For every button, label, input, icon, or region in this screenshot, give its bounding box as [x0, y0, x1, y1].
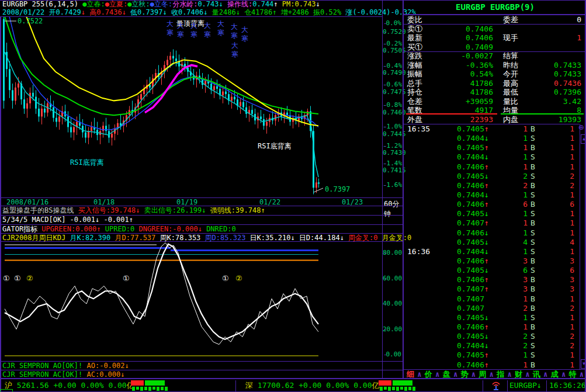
sep-date-bottom: [0, 206, 403, 206]
quote-info-row: 外盘22393内盘19393: [404, 115, 586, 124]
tick-row: 0.7406↑1B1: [404, 162, 579, 172]
quote-info-row: 振幅0.54%今开0.7433: [404, 70, 586, 79]
axis-label: -0.7445: [383, 131, 401, 138]
tick-row: 0.7406↑1B1: [404, 360, 579, 370]
tick-row: 0.7406↓1S1: [404, 228, 579, 238]
inner-volume-bar: [501, 113, 584, 115]
quote-info-row: 总手41786最高0.7436: [404, 79, 586, 88]
bs-indicator-row[interactable]: 益盟操盘手的BS操盘线 买入信号:39.748↓ 卖出信号:26.199↓ 强弱…: [2, 206, 382, 215]
tick-row: 0.74071B1: [404, 294, 579, 304]
date-tick: 01/23: [342, 199, 363, 206]
quote-info-row: 涨幅-0.36%昨结0.7433: [404, 61, 586, 70]
chart-annotation: RSI底背离: [70, 158, 104, 167]
clock: 16:36:26: [549, 381, 586, 390]
tick-row: 0.7406↑1B1: [404, 322, 579, 332]
axis-label: --0.8%: [383, 102, 401, 109]
kdj-chart[interactable]: [0, 242, 383, 361]
axis-label: -0.0%: [383, 20, 401, 27]
tick-row: 0.7405↓4S4: [404, 238, 579, 247]
tick-row: 0.7405↑1B1: [404, 143, 579, 152]
sep-date-top: [0, 197, 403, 198]
tick-row: 0.7404↓1S1: [404, 152, 579, 162]
axis-label: --1.0%: [383, 123, 401, 130]
shenzhen-index[interactable]: 深 17700.62 +0.00 0.00% 0.00亿: [245, 381, 380, 390]
sep-kdj: [0, 241, 403, 242]
chart-header-line2: 2008/01/22 开0.7429↓ 高0.7436↓ 低0.7397↓ 收0…: [2, 8, 382, 16]
frame-top: [0, 0, 586, 1]
symbol-title: EURGBP EURGBP(9): [404, 0, 586, 15]
chart-annotation: 大 寒: [167, 20, 174, 37]
quote-info-row: 最新0.7406现手1: [404, 33, 586, 43]
tick-row: 0.7405↓6S6: [404, 266, 579, 275]
kdj-signal-number: ①: [123, 275, 130, 283]
axis-label: -20.00: [383, 326, 401, 333]
tick-row: 0.7406↑2B2: [404, 181, 579, 190]
date-tick: 01/18: [93, 199, 115, 206]
outer-volume-bar: [406, 113, 497, 115]
date-tick: 2008/01/16: [6, 199, 48, 206]
status-bar: 沪 5261.56 +0.00 0.00% 0.00亿 深 17700.62 +…: [0, 379, 586, 392]
chart-annotation: 大 寒: [177, 22, 184, 39]
quote-info-row: 卖①0.7406: [404, 25, 586, 34]
kdj-signal-number: ①: [222, 275, 229, 283]
period-label: 60分钟: [384, 199, 403, 219]
kdj-signal-number: ①: [14, 275, 21, 283]
tick-trade-list[interactable]: 16:350.7405↑1B10.7404↓1S10.7405↑1B10.740…: [404, 124, 579, 370]
trading-terminal: EURGBP 255(6,14,5) ●立春:●立夏:●立秋:●立冬:分水岭:0…: [0, 0, 586, 392]
kdj-signal-number: ①: [3, 275, 10, 283]
axis-label: -0.7505: [383, 47, 401, 54]
chart-annotation: 大 寒: [241, 26, 248, 43]
chart-header-line1: EURGBP 255(6,14,5) ●立春:●立夏:●立秋:●立冬:分水岭:0…: [2, 0, 382, 8]
kdj-signal-number: ②: [26, 275, 33, 283]
axis-label: -0.00: [383, 351, 401, 358]
tick-row: 0.7405↑1S1: [404, 351, 579, 360]
kdj-signal-number: ②: [235, 275, 242, 283]
tick-row: 0.7407↑3B3: [404, 285, 579, 294]
axis-label: -60.00: [383, 275, 401, 282]
sep-status: [0, 378, 586, 379]
tick-row: 0.7405↓1S1: [404, 209, 579, 218]
tick-row: 0.7405↓2S2: [404, 332, 579, 341]
tick-row: 16:360.7404↓1S1: [404, 247, 579, 256]
network-signal-icon: [491, 381, 501, 391]
macd-indicator-row[interactable]: 5/34/5 MACD[OK] -0.001↓ -0.001↑: [2, 216, 382, 224]
shanghai-index[interactable]: 沪 5261.56 +0.00 0.00% 0.00亿: [5, 381, 134, 390]
sep-bidask: [403, 51, 586, 52]
frame-chart-top: [0, 16, 383, 17]
chart-annotation: 大 寒: [231, 41, 238, 59]
chart-annotation: 0.7397: [325, 185, 350, 194]
chart-annotation: RSI底背离: [258, 142, 292, 151]
current-symbol[interactable]: EURGBP↓: [509, 381, 542, 390]
quote-info-row: 仓差+39059量比3.42: [404, 97, 586, 106]
chart-annotation: 0.7522: [18, 17, 43, 26]
tick-row: 0.7404↓1S1: [404, 190, 579, 200]
price-axis-column: -0.0%-0.7520--0.2%-0.7505--0.4%-0.7490--…: [383, 0, 403, 379]
axis-label: -40.00: [383, 300, 401, 307]
sep-bs: [0, 215, 403, 216]
ao-indicator-row[interactable]: CJR SEMPRON AO[OK]! AO:-0.002↓: [2, 362, 382, 370]
axis-label: -80.00: [383, 249, 401, 256]
bottom-left-box: [0, 389, 13, 392]
axis-label: -0.7520: [383, 29, 401, 36]
tick-row: 16:350.7405↑1B1: [404, 124, 579, 134]
main-candlestick-chart[interactable]: [0, 16, 383, 197]
chart-annotation: 大 寒: [190, 22, 197, 39]
sep-ao-top: [0, 361, 403, 362]
sep-weibi: [403, 24, 586, 25]
sep-gator: [0, 233, 403, 234]
frame-axis-left: [382, 0, 383, 379]
tick-row: 0.7405↓2S2: [404, 172, 579, 181]
tick-row: 0.7404↓1S1: [404, 134, 579, 143]
axis-label: -0.7475: [383, 89, 401, 96]
tick-row: 0.7407↑1B1: [404, 218, 579, 228]
quote-info-row: 委比委差0: [404, 15, 586, 25]
axis-label: --1.6%: [383, 182, 401, 189]
tick-row: 0.7406↑3B3: [404, 256, 579, 266]
frame-left: [0, 16, 1, 392]
sep-macd: [0, 224, 403, 225]
quote-info-row: 买①0.7409: [404, 43, 586, 52]
quote-info-row: 涨跌-0.0027结算: [404, 51, 586, 61]
tick-row: 0.74072B2: [404, 304, 579, 313]
axis-label: -0.7490: [383, 70, 401, 77]
gator-indicator-row[interactable]: GATOR指标 UPGREEN:0.000↑ UPRED:0 DNGREEN:-…: [2, 225, 382, 234]
